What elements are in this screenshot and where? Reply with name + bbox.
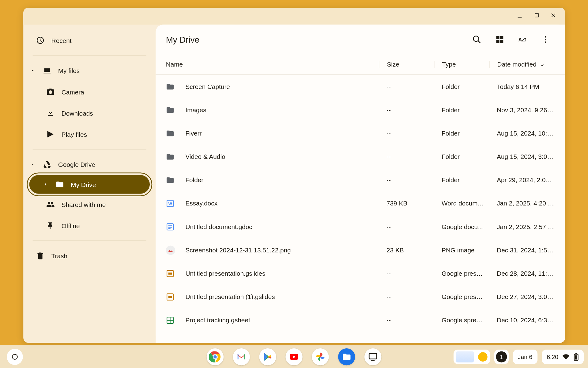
col-date-header[interactable]: Date modified bbox=[489, 61, 555, 68]
tote-tray[interactable] bbox=[453, 350, 490, 364]
sidebar-item-my-drive[interactable]: My Drive bbox=[29, 175, 150, 194]
file-type-icon bbox=[166, 129, 186, 137]
svg-rect-22 bbox=[371, 360, 375, 361]
svg-rect-10 bbox=[168, 247, 173, 253]
sort-button[interactable]: AZ bbox=[513, 30, 532, 49]
file-row[interactable]: Images--FolderNov 3, 2024, 9:26 … bbox=[156, 98, 565, 121]
my-drive-icon bbox=[55, 180, 64, 189]
sidebar-item-camera[interactable]: Camera bbox=[23, 81, 156, 102]
sidebar-item-label: Downloads bbox=[62, 109, 93, 117]
tote-avatar-icon bbox=[478, 352, 487, 361]
col-label: Name bbox=[166, 61, 183, 68]
page-title: My Drive bbox=[166, 35, 463, 44]
sidebar-item-trash[interactable]: Trash bbox=[23, 245, 156, 266]
file-type-icon bbox=[166, 105, 186, 114]
grid-view-icon bbox=[495, 35, 504, 44]
column-headers: Name Size Type Date modified bbox=[156, 54, 565, 75]
sidebar-item-label: Play files bbox=[62, 131, 87, 138]
search-button[interactable] bbox=[468, 30, 486, 49]
file-type: Word docum… bbox=[434, 200, 489, 207]
play-store-app[interactable] bbox=[259, 348, 276, 365]
close-icon bbox=[551, 12, 556, 18]
col-size-header[interactable]: Size bbox=[379, 61, 434, 68]
file-row[interactable]: Fiverr--FolderAug 15, 2024, 10:3… bbox=[156, 121, 565, 145]
file-row[interactable]: WEssay.docx739 KBWord docum…Jan 2, 2025,… bbox=[156, 192, 565, 215]
sidebar-item-shared-with-me[interactable]: Shared with me bbox=[23, 194, 156, 215]
notification-count: 1 bbox=[496, 351, 507, 362]
minimize-button[interactable] bbox=[517, 12, 522, 20]
file-date: Dec 31, 2024, 1:51 … bbox=[489, 246, 555, 254]
gmail-app[interactable] bbox=[233, 348, 250, 365]
more-vert-icon bbox=[541, 35, 550, 44]
chevron-down-icon bbox=[29, 68, 36, 73]
trash-icon bbox=[36, 251, 45, 260]
files-app[interactable] bbox=[338, 348, 355, 365]
svg-point-19 bbox=[213, 355, 217, 359]
file-row[interactable]: Folder--FolderApr 29, 2024, 2:0… bbox=[156, 168, 565, 192]
file-size: -- bbox=[379, 223, 434, 230]
shelf-time: 6:20 bbox=[547, 354, 558, 360]
file-type: Google pres… bbox=[434, 293, 489, 301]
sidebar-item-label: Shared with me bbox=[62, 201, 106, 208]
close-button[interactable] bbox=[551, 12, 556, 20]
maximize-button[interactable] bbox=[534, 12, 540, 20]
file-size: -- bbox=[379, 316, 434, 324]
chevron-down-icon bbox=[29, 162, 36, 167]
file-size: 739 KB bbox=[379, 200, 434, 207]
wifi-icon bbox=[563, 354, 569, 360]
play-icon bbox=[46, 130, 55, 139]
calendar-tray[interactable]: Jan 6 bbox=[513, 350, 537, 364]
file-name: Fiverr bbox=[185, 130, 379, 137]
sidebar-item-label: Google Drive bbox=[58, 161, 95, 168]
sidebar-item-recent[interactable]: Recent bbox=[23, 30, 156, 51]
file-name: Screen Capture bbox=[185, 83, 379, 90]
chrome-icon bbox=[209, 351, 221, 363]
file-row[interactable]: Project tracking.gsheet--Google spre…Dec… bbox=[156, 309, 565, 332]
file-row[interactable]: Untitled document.gdoc--Google docu…Jan … bbox=[156, 215, 565, 238]
file-name: Untitled presentation.gslides bbox=[185, 270, 379, 277]
sidebar-item-label: My Drive bbox=[71, 181, 96, 188]
svg-point-3 bbox=[545, 41, 546, 43]
sort-az-icon: AZ bbox=[518, 35, 527, 44]
screen-capture-app[interactable] bbox=[364, 348, 381, 365]
file-type-icon bbox=[166, 293, 186, 301]
youtube-app[interactable] bbox=[285, 348, 302, 365]
chrome-app[interactable] bbox=[207, 348, 224, 365]
file-size: -- bbox=[379, 176, 434, 184]
files-icon bbox=[342, 352, 351, 361]
sidebar-item-google-drive[interactable]: Google Drive bbox=[23, 154, 156, 175]
divider bbox=[33, 149, 146, 149]
col-name-header[interactable]: Name bbox=[166, 61, 379, 68]
file-row[interactable]: Video & Audio--FolderAug 15, 2024, 3:0… bbox=[156, 145, 565, 168]
photos-app[interactable] bbox=[312, 348, 329, 365]
launcher-button[interactable] bbox=[7, 349, 23, 365]
file-date: Today 6:14 PM bbox=[489, 83, 555, 90]
svg-rect-9 bbox=[168, 228, 171, 229]
col-type-header[interactable]: Type bbox=[434, 61, 489, 68]
file-type-icon bbox=[166, 82, 186, 91]
sidebar-item-offline[interactable]: Offline bbox=[23, 215, 156, 236]
sidebar: Recent My files Camera Downloads Play fi… bbox=[23, 25, 156, 343]
file-type: Google spre… bbox=[434, 316, 489, 324]
sidebar-item-my-files[interactable]: My files bbox=[23, 60, 156, 81]
main-panel: My Drive AZ Name Size bbox=[156, 25, 565, 343]
launcher-icon bbox=[11, 353, 19, 361]
more-button[interactable] bbox=[536, 30, 555, 49]
file-row[interactable]: Screen Capture--FolderToday 6:14 PM bbox=[156, 75, 565, 98]
search-icon bbox=[472, 35, 481, 44]
sidebar-item-label: Camera bbox=[62, 88, 84, 95]
sidebar-item-downloads[interactable]: Downloads bbox=[23, 102, 156, 124]
file-row[interactable]: Untitled presentation.gslides--Google pr… bbox=[156, 262, 565, 285]
sidebar-item-label: Trash bbox=[51, 252, 67, 259]
file-type-icon bbox=[166, 176, 186, 184]
window-titlebar bbox=[23, 8, 565, 25]
photos-icon bbox=[315, 352, 325, 362]
file-date: Apr 29, 2024, 2:0… bbox=[489, 176, 555, 184]
file-row[interactable]: Untitled presentation (1).gslides--Googl… bbox=[156, 285, 565, 309]
file-row[interactable]: Screenshot 2024-12-31 13.51.22.png23 KBP… bbox=[156, 238, 565, 262]
sidebar-item-play-files[interactable]: Play files bbox=[23, 124, 156, 145]
file-name: Images bbox=[185, 106, 379, 113]
status-tray[interactable]: 6:20 bbox=[542, 350, 584, 364]
view-toggle-button[interactable] bbox=[490, 30, 509, 49]
notification-tray[interactable]: 1 bbox=[494, 350, 508, 364]
